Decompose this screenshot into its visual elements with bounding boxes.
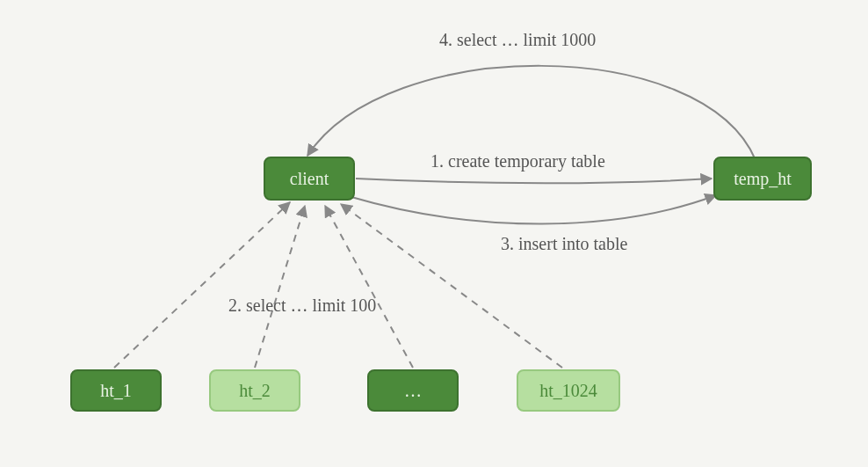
edge-step1 (356, 179, 712, 183)
edge-label-step2: 2. select … limit 100 (228, 296, 376, 316)
edge-step4 (307, 66, 756, 160)
node-ht-2-label: ht_2 (239, 381, 271, 401)
node-ht-1: ht_1 (70, 369, 162, 412)
node-ht-1024: ht_1024 (517, 369, 620, 412)
node-ht-1024-label: ht_1024 (539, 381, 597, 401)
node-client-label: client (290, 169, 329, 189)
node-temp-ht-label: temp_ht (734, 169, 792, 189)
edge-label-step1: 1. create temporary table (430, 151, 605, 171)
edge-from-ht-1 (114, 202, 290, 368)
edge-label-step3: 3. insert into table (501, 234, 627, 254)
diagram-canvas: client temp_ht ht_1 ht_2 … ht_1024 4. se… (0, 0, 868, 467)
node-ht-2: ht_2 (209, 369, 300, 412)
edge-from-ht-2 (255, 206, 305, 368)
edge-from-dots (325, 206, 413, 368)
edge-label-step4: 4. select … limit 1000 (439, 30, 596, 50)
node-temp-ht: temp_ht (713, 157, 812, 201)
node-ellipsis-label: … (404, 381, 422, 401)
node-client: client (264, 157, 355, 201)
node-ht-1-label: ht_1 (100, 381, 132, 401)
edge-from-ht-1024 (341, 204, 562, 368)
node-ellipsis: … (367, 369, 459, 412)
edge-step3 (351, 195, 716, 224)
